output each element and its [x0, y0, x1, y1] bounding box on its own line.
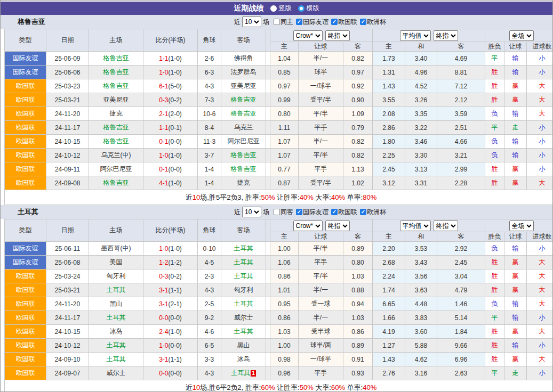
- comp-nations-league-checkbox[interactable]: 欧国联: [331, 208, 357, 217]
- summary-segment: 60%: [331, 383, 345, 391]
- corners: 1-4: [198, 176, 221, 190]
- avg-draw: 3.35: [405, 107, 437, 121]
- scope-select[interactable]: 全场: [509, 220, 534, 231]
- away-odds: 0.93: [343, 366, 373, 380]
- away-odds: 0.91: [343, 353, 373, 366]
- avg-home: 1.31: [373, 66, 405, 79]
- away-team: 土耳其: [221, 325, 266, 339]
- handicap-result: 赢: [504, 353, 527, 366]
- layout-vertical-label: 竖版: [279, 4, 292, 13]
- col-score: 比分(半场): [143, 219, 198, 242]
- score: 3-1(2-1): [143, 297, 198, 311]
- match-result: 平: [485, 311, 504, 325]
- layout-horizontal-label: 横版: [307, 4, 319, 13]
- avg-draw: 4.48: [405, 297, 437, 311]
- avg-draw: 4.52: [405, 79, 437, 93]
- corners: 3-7: [198, 149, 221, 162]
- score: 0-1(0-0): [143, 135, 198, 149]
- competition-badge: 欧国联: [5, 93, 46, 107]
- match-row: 欧国联25-03-23格鲁吉亚6-1(5-0)4-3亚美尼亚0.97一/球半0.…: [5, 79, 553, 93]
- col-avg-home: 主: [373, 42, 405, 52]
- match-count-select[interactable]: 10: [242, 207, 261, 217]
- same-venue-checkbox[interactable]: 同主: [274, 18, 293, 27]
- avg-away: 2.92: [437, 242, 485, 256]
- summary-segment: 场,胜5平2负3, 胜率:: [200, 193, 261, 201]
- spacer: [266, 325, 270, 339]
- corners: 11-3: [198, 135, 221, 149]
- away-odds: 0.88: [343, 283, 373, 297]
- spacer: [266, 93, 270, 107]
- col-handicap: 让球: [299, 42, 343, 52]
- handicap-result: 输: [504, 149, 527, 162]
- match-count-select[interactable]: 10: [242, 17, 261, 27]
- scope-select[interactable]: 全场: [509, 30, 534, 41]
- home-odds: 1.00: [270, 339, 299, 353]
- home-odds: 1.00: [270, 242, 299, 256]
- home-odds: 1.03: [270, 325, 299, 339]
- goals-result: 小: [527, 66, 553, 79]
- spacer: [266, 162, 270, 176]
- match-result: 胜: [485, 270, 504, 283]
- avg-away: 2.28: [437, 176, 485, 190]
- spacer: [266, 79, 270, 93]
- handicap-result: 走: [504, 366, 527, 380]
- goals-result: 大: [527, 297, 553, 311]
- score: 3-1(1-1): [143, 283, 198, 297]
- spacer: [266, 366, 270, 380]
- avg-home: 1.80: [373, 135, 405, 149]
- checkbox-unchecked-icon: [274, 209, 280, 215]
- avg-away: 1.84: [437, 325, 485, 339]
- competition-badge: 欧国联: [5, 353, 46, 366]
- spacer-column: [266, 29, 270, 52]
- competition-badge: 欧国联: [5, 162, 46, 176]
- comp-friendly-checkbox[interactable]: 国际友谊: [296, 18, 328, 27]
- checkbox-checked-icon: [331, 19, 338, 25]
- handicap-result: 输: [504, 297, 527, 311]
- col-result: 胜负: [485, 42, 504, 52]
- match-result: 胜: [485, 339, 504, 353]
- match-result: 负: [485, 149, 504, 162]
- layout-horizontal-radio[interactable]: 横版: [298, 4, 319, 13]
- goals-result: 大: [527, 353, 553, 366]
- average-index-select[interactable]: 终指: [434, 30, 458, 41]
- col-goals: 进球数: [527, 232, 553, 242]
- summary-segment: 大率:: [314, 193, 331, 201]
- odds-index-select[interactable]: 终指: [325, 220, 350, 231]
- comp-euro-checkbox[interactable]: 欧洲杯: [360, 18, 386, 27]
- comp-nations-league-checkbox[interactable]: 欧国联: [331, 18, 357, 27]
- avg-draw: 3.56: [405, 270, 437, 283]
- home-team: 土耳其: [89, 311, 143, 325]
- filter-controls: 近 10 场 同客 国际友谊 欧国联 欧洲杯: [234, 207, 386, 217]
- summary-segment: 60%: [261, 383, 275, 391]
- home-team: 土耳其: [89, 353, 143, 366]
- handicap-line: 一/球半: [299, 79, 343, 93]
- match-row: 欧国联24-10-15格鲁吉亚0-1(0-0)11-3阿尔巴尼亚1.07半/一0…: [5, 135, 553, 149]
- competition-badge: 欧国联: [5, 121, 46, 135]
- comp-euro-checkbox[interactable]: 欧洲杯: [360, 208, 386, 217]
- average-source-select[interactable]: 平均值: [400, 30, 431, 41]
- col-type: 类型: [5, 29, 46, 52]
- avg-away: 9.66: [437, 339, 485, 353]
- home-odds: 0.98: [270, 353, 299, 366]
- comp-friendly-checkbox[interactable]: 国际友谊: [296, 208, 328, 217]
- odds-source-select[interactable]: Crow*: [293, 30, 323, 41]
- layout-vertical-radio[interactable]: 竖版: [270, 4, 292, 13]
- competition-badge: 欧国联: [5, 283, 46, 297]
- summary-segment: 近: [186, 193, 193, 201]
- average-index-select[interactable]: 终指: [434, 220, 458, 231]
- col-avg-draw: 和: [405, 42, 437, 52]
- match-date: 25-03-24: [46, 270, 89, 283]
- col-handicap: 让球: [299, 232, 343, 242]
- handicap-result: 输: [504, 107, 527, 121]
- competition-badge: 欧国联: [5, 176, 46, 190]
- match-date: 24-11-20: [46, 107, 89, 121]
- average-source-select[interactable]: 平均值: [400, 220, 431, 231]
- col-odds-away: 客: [343, 232, 373, 242]
- goals-result: 小: [527, 242, 553, 256]
- odds-index-select[interactable]: 终指: [325, 30, 350, 41]
- odds-source-select[interactable]: Crow*: [293, 220, 323, 231]
- handicap-line: 平手: [299, 366, 343, 380]
- avg-home: 2.45: [373, 162, 405, 176]
- col-corners: 角球: [198, 219, 221, 242]
- same-venue-checkbox[interactable]: 同客: [274, 208, 293, 217]
